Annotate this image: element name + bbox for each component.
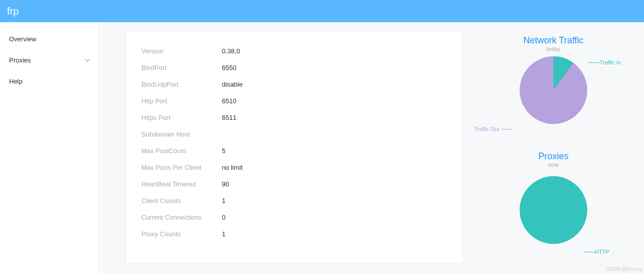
app-title: frp [7,6,19,17]
row-value: 6510 [222,97,236,105]
row-label: Current Connections [141,214,222,221]
row-subdomain: Subdomain Host [141,126,447,143]
row-proxycounts: Proxy Counts1 [141,226,447,242]
row-label: Subdomain Host [141,130,222,138]
row-value: 0 [222,214,225,221]
sidebar-item-label: Help [9,78,23,85]
row-label: BindPort [141,64,222,72]
row-bindudpport: BindUdpPortdisable [141,76,447,93]
main-content: Version0.38.0 BindPort6550 BindUdpPortdi… [99,22,644,273]
row-bindport: BindPort6550 [141,59,447,76]
chart-subtitle: now [478,162,629,168]
row-label: Http Port [141,97,222,105]
row-heartbeat: HeartBeat Timeout90 [141,176,447,192]
chevron-down-icon [85,56,90,61]
row-value: 0.38.0 [222,47,240,55]
row-maxports: Max Ports Per Clientno limit [141,159,447,176]
row-connections: Current Connections0 [141,209,447,226]
label-traffic-in: Traffic In [589,59,621,65]
sidebar-item-overview[interactable]: Overview [0,28,98,49]
row-maxpool: Max PoolCount5 [141,143,447,159]
row-value: disable [222,81,243,88]
app-header: frp [0,0,644,22]
main-container: Overview Proxies Help Version0.38.0 Bind… [0,22,644,273]
row-label: Https Port [141,114,222,121]
proxies-chart: Proxies now HTTP [478,141,629,257]
row-version: Version0.38.0 [141,43,447,59]
chart-title: Proxies [478,151,629,162]
row-label: Max Ports Per Client [141,164,222,171]
proxies-pie [478,175,629,245]
sidebar-item-label: Proxies [9,56,31,64]
watermark: CSDN @lyhcms [606,266,642,272]
row-label: Proxy Counts [141,230,222,238]
row-value: 6511 [222,114,236,121]
row-label: Client Counts [141,197,222,204]
chart-title: Network Traffic [478,35,629,46]
label-traffic-out: Traffic Out [474,126,513,132]
charts-panel: Network Traffic today Traffic In Traffic… [463,31,644,264]
row-label: Version [141,47,222,55]
row-httpsport: Https Port6511 [141,109,447,126]
traffic-pie [478,55,629,125]
sidebar: Overview Proxies Help [0,22,99,273]
row-value: 90 [222,180,229,188]
network-traffic-chart: Network Traffic today Traffic In Traffic… [478,35,629,141]
row-value: 5 [222,147,225,155]
svg-point-1 [520,176,587,244]
label-http: HTTP [584,249,609,255]
row-httpport: Http Port6510 [141,93,447,109]
row-value: 1 [222,197,225,204]
row-label: Max PoolCount [141,147,222,155]
sidebar-item-label: Overview [9,35,36,43]
row-clients: Client Counts1 [141,192,447,209]
sidebar-item-proxies[interactable]: Proxies [0,49,98,71]
row-value: no limit [222,164,243,171]
chart-subtitle: today [478,46,629,52]
row-label: BindUdpPort [141,81,222,88]
row-value: 6550 [222,64,236,72]
overview-card: Version0.38.0 BindPort6550 BindUdpPortdi… [126,31,463,264]
row-value: 1 [222,230,225,238]
row-label: HeartBeat Timeout [141,180,222,188]
sidebar-item-help[interactable]: Help [0,71,98,92]
